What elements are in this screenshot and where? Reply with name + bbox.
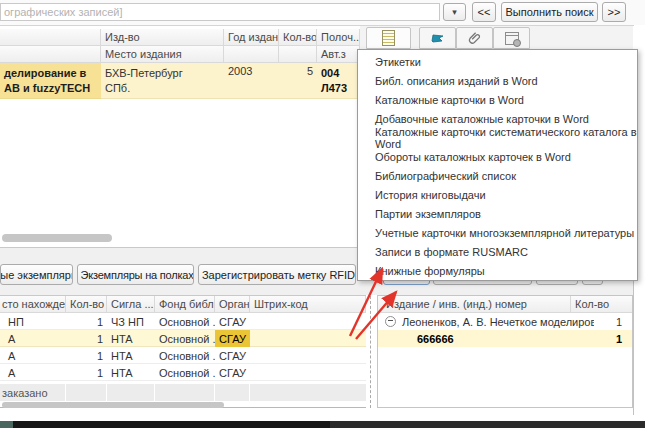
- table-row[interactable]: А 1 НТА Основной ... СГАУ: [0, 364, 366, 381]
- cell-fund: Основной ...: [155, 330, 215, 347]
- menu-item-systematic-catalog-cards-word[interactable]: Каталожные карточки систематического кат…: [358, 128, 637, 147]
- editions-header-qty[interactable]: Кол-во: [571, 296, 632, 313]
- copies-footer-row: заказано: [0, 384, 366, 401]
- table-row-selected[interactable]: А 1 НТА Основной ... СГАУ: [0, 330, 366, 347]
- tab-flag[interactable]: [419, 27, 456, 49]
- menu-item-accounting-cards[interactable]: Учетные карточки многоэкземплярной литер…: [358, 223, 637, 242]
- copies-header-qty-label: Кол-во: [70, 298, 104, 310]
- menu-item-label: Учетные карточки многоэкземплярной литер…: [375, 227, 634, 239]
- inventory-row-selected[interactable]: 666666 1: [378, 330, 632, 347]
- cell-sigla: НТА: [107, 347, 155, 364]
- record-title-cell[interactable]: делирование в АВ и fuzzyTECH: [0, 63, 101, 99]
- record-year: 2003: [228, 65, 252, 77]
- copies-header-fund[interactable]: Фонд библ...: [155, 296, 215, 313]
- cell-location: НП: [0, 313, 66, 330]
- menu-item-bib-descriptions-word[interactable]: Библ. описания изданий в Word: [358, 71, 637, 90]
- menu-item-label: Записи в формате RUSMARC: [375, 246, 528, 258]
- grid-header-shelf-label: Полоч...: [321, 31, 360, 43]
- menu-item-bibliographic-list[interactable]: Библиографический список: [358, 166, 637, 185]
- table-row[interactable]: А 1 НТА Основной ... СГАУ: [0, 347, 366, 364]
- copies-header-sigla[interactable]: Сигла ...: [107, 296, 155, 313]
- grid-header-shelf[interactable]: Полоч...: [317, 29, 360, 46]
- tab-settings-grid[interactable]: [493, 27, 530, 49]
- menu-item-book-formulars[interactable]: Книжные формуляры: [358, 261, 637, 280]
- record-shelf-cell[interactable]: 004 Л473: [317, 63, 360, 99]
- record-publisher: БХВ-Петербург: [105, 66, 183, 81]
- register-rfid-button[interactable]: Зарегистрировать метку RFID: [198, 264, 356, 285]
- inventory-number-cell: 666666: [413, 330, 563, 347]
- document-list-icon: [382, 30, 395, 46]
- search-input[interactable]: [0, 3, 440, 21]
- menu-item-rusmarc-records[interactable]: Записи в формате RUSMARC: [358, 242, 637, 261]
- cell-org: СГАУ: [215, 364, 250, 381]
- grid-header-publisher-label: Изд-во: [105, 31, 140, 43]
- menu-item-label: Книжные формуляры: [375, 265, 485, 277]
- menu-item-loan-history[interactable]: История книговыдачи: [358, 185, 637, 204]
- menu-item-label: Библиографический список: [375, 170, 516, 182]
- record-publisher-cell[interactable]: БХВ-Петербург СПб.: [101, 63, 224, 99]
- footer-cell: [66, 384, 106, 401]
- grid-header-publisher[interactable]: Изд-во: [101, 29, 224, 46]
- tab-attachments[interactable]: [456, 27, 493, 49]
- menu-item-label: Партии экземпляров: [375, 208, 481, 220]
- next-record-button[interactable]: >>: [602, 2, 626, 22]
- menu-item-label: Каталожные карточки систематического кат…: [375, 126, 637, 150]
- grid-header-place[interactable]: Место издания: [101, 46, 224, 63]
- app-window: ▾ << Выполнить поиск >> Изд-во Год издан…: [0, 0, 645, 428]
- cell-qty: 1: [66, 313, 107, 330]
- cell-sigla: ЧЗ НП: [107, 313, 155, 330]
- run-search-button[interactable]: Выполнить поиск: [501, 2, 598, 22]
- menu-item-label: Библ. описания изданий в Word: [375, 75, 538, 87]
- copies-on-shelves-button[interactable]: Экземпляры на полках: [77, 264, 194, 285]
- grid-header-year-label: Год издания: [228, 31, 279, 43]
- panel-splitter[interactable]: [370, 296, 371, 408]
- copies-header-org[interactable]: Орган...: [215, 296, 250, 313]
- copies-hscrollbar[interactable]: [2, 402, 224, 408]
- table-row[interactable]: НП 1 ЧЗ НП Основной ... СГАУ: [0, 313, 366, 330]
- menu-item-catalog-cards-word[interactable]: Каталожные карточки в Word: [358, 90, 637, 109]
- menu-item-labels[interactable]: Этикетки: [358, 52, 637, 71]
- collapse-icon[interactable]: [385, 316, 396, 327]
- cell-location: А: [0, 347, 66, 364]
- copies-on-shelves-label: Экземпляры на полках: [80, 269, 193, 281]
- cell-sigla: НТА: [107, 364, 155, 381]
- cell-sigla: НТА: [107, 330, 155, 347]
- record-city: СПб.: [105, 81, 130, 96]
- grid-header-place-label: Место издания: [105, 48, 182, 60]
- menu-item-label: Добавочные каталожные карточки в Word: [375, 113, 589, 125]
- footer-cell: [107, 384, 154, 401]
- cell-org: СГАУ: [215, 347, 250, 364]
- record-qty-cell[interactable]: 5: [279, 63, 317, 99]
- editions-header-title[interactable]: Издание / инв. (инд.) номер: [378, 296, 571, 313]
- cell-fund: Основной ...: [155, 364, 215, 381]
- edition-row[interactable]: Леоненков, А. В. Нечеткое моделирова... …: [378, 313, 632, 330]
- search-dropdown-button[interactable]: ▾: [443, 3, 466, 21]
- grid-header-qty[interactable]: Кол-во: [279, 29, 317, 46]
- tab-formular[interactable]: [366, 27, 411, 49]
- menu-item-label: Этикетки: [375, 56, 421, 68]
- cell-org: СГАУ: [215, 313, 250, 330]
- record-author-sign: Л473: [321, 81, 347, 96]
- prev-record-button[interactable]: <<: [472, 2, 496, 22]
- grid-header-blank[interactable]: [0, 29, 101, 46]
- editions-header-title-label: Издание / инв. (инд.) номер: [386, 298, 527, 310]
- edition-label-cell: Леоненков, А. В. Нечеткое моделирова...: [398, 313, 594, 330]
- cell-fund: Основной ...: [155, 313, 215, 330]
- copies-header-qty[interactable]: Кол-во: [66, 296, 107, 313]
- record-year-cell[interactable]: 2003: [224, 63, 279, 99]
- flag-icon: [431, 32, 445, 44]
- copies-header-location[interactable]: сто нахождения: [0, 296, 66, 313]
- menu-item-card-backs-word[interactable]: Обороты каталожных карточек в Word: [358, 147, 637, 166]
- taskbar-edge: [0, 421, 645, 428]
- grid-header-year[interactable]: Год издания: [224, 29, 279, 46]
- menu-item-copy-batches[interactable]: Партии экземпляров: [358, 204, 637, 223]
- cell-fund: Основной ...: [155, 347, 215, 364]
- grid-header-authsign[interactable]: Авт.з: [317, 46, 360, 63]
- copies-header-barcode[interactable]: Штрих-код: [250, 296, 366, 313]
- free-copies-button[interactable]: ные экземпляры: [0, 264, 73, 285]
- copies-header-fund-label: Фонд библ...: [159, 298, 215, 310]
- grid-hscrollbar[interactable]: [2, 234, 112, 242]
- record-qty: 5: [307, 65, 313, 77]
- editions-header-qty-label: Кол-во: [575, 298, 609, 310]
- record-title-line2: АВ и fuzzyTECH: [4, 81, 90, 96]
